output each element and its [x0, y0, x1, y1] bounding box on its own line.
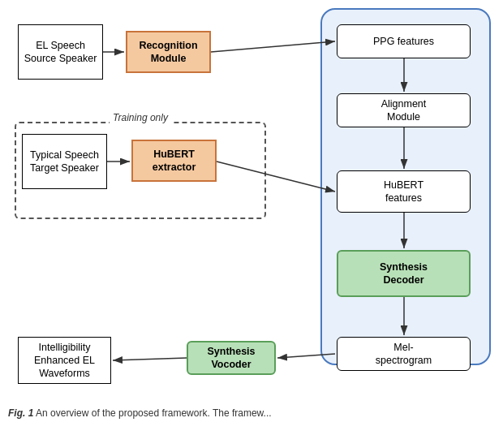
synthesis-decoder-box: Synthesis Decoder [337, 250, 471, 297]
caption-text: An overview of the proposed framework. T… [36, 407, 272, 419]
training-label: Training only [110, 112, 171, 123]
alignment-box: Alignment Module [337, 93, 471, 127]
typical-speech-box: Typical Speech Target Speaker [22, 134, 107, 189]
caption: Fig. 1 An overview of the proposed frame… [8, 407, 272, 419]
el-speech-box: EL Speech Source Speaker [18, 24, 103, 80]
svg-line-2 [211, 41, 335, 52]
ppg-box: PPG features [337, 24, 471, 58]
hubert-features-box: HuBERT features [337, 170, 471, 213]
caption-bold: Fig. 1 [8, 407, 33, 419]
mel-box: Mel- spectrogram [337, 337, 471, 371]
recognition-module-box: Recognition Module [126, 31, 211, 73]
svg-line-10 [113, 358, 187, 360]
hubert-extractor-box: HuBERT extractor [131, 140, 217, 182]
synthesis-vocoder-box: Synthesis Vocoder [187, 341, 276, 375]
intelligibility-box: Intelligibility Enhanced EL Waveforms [18, 337, 111, 384]
diagram-container: Training only EL Speech Source Speaker R… [0, 0, 503, 422]
